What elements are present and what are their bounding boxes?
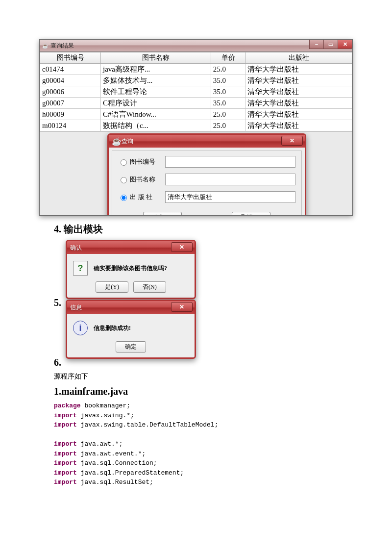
table-header-row: 图书编号 图书名称 单价 出版社	[40, 52, 352, 64]
radio-row-book-id: 图书编号	[118, 156, 295, 168]
input-book-name[interactable]	[165, 174, 295, 185]
col-book-name[interactable]: 图书名称	[101, 52, 211, 64]
close-button[interactable]: ✕	[281, 136, 303, 146]
maximize-button[interactable]: ▭	[323, 40, 338, 49]
code-header: 1.mainframe.java	[54, 386, 353, 397]
info-titlebar: 信息 ✕	[67, 301, 195, 314]
radio-row-book-name: 图书名称	[118, 174, 295, 185]
ok-button[interactable]: 确定(...)	[143, 212, 182, 215]
source-note: 源程序如下	[54, 372, 353, 381]
confirm-title: 确认	[70, 244, 82, 252]
table-cell: 软件工程导论	[101, 86, 211, 98]
table-row[interactable]: g00004多媒体技术与...35.0清华大学出版社	[40, 75, 352, 86]
table-cell: C程序设计	[101, 98, 211, 109]
query-button-row: 确定(...) 取消(...)	[118, 209, 295, 215]
section-4-heading: 4. 输出模块	[54, 223, 353, 236]
table-cell: 35.0	[211, 86, 245, 98]
table-cell: 数据结构（c...	[101, 120, 211, 131]
radio-label-book-id: 图书编号	[130, 157, 165, 166]
table-cell: 25.0	[211, 120, 245, 131]
query-dialog: ☕ 查询 ✕ 图书编号 图书名称	[107, 133, 306, 215]
col-publisher[interactable]: 出版社	[245, 52, 352, 64]
java-icon: ☕	[42, 42, 49, 49]
query-body: 图书编号 图书名称 出 版 社 确定(...)	[112, 151, 302, 215]
table-row[interactable]: g00006软件工程导论35.0清华大学出版社	[40, 86, 352, 98]
radio-label-book-name: 图书名称	[130, 175, 165, 184]
confirm-dialog: 确认 ✕ ? 确实要删除该条图书信息吗? 是(Y) 否(N)	[66, 240, 196, 299]
close-button[interactable]: ✕	[338, 40, 352, 49]
input-book-id[interactable]	[165, 156, 295, 168]
info-icon: i	[73, 321, 88, 335]
table-cell: g00004	[40, 75, 101, 86]
table-cell: C#语言Window...	[101, 109, 211, 120]
query-results-window: ☕ 查询结果 – ▭ ✕ 图书编号 图书名称 单价 出版社 c01474java…	[39, 39, 353, 216]
table-cell: 35.0	[211, 75, 245, 86]
table-cell: 清华大学出版社	[245, 75, 352, 86]
input-publisher[interactable]	[165, 191, 295, 203]
table-cell: 25.0	[211, 64, 245, 75]
radio-row-publisher: 出 版 社	[118, 191, 295, 203]
table-cell: c01474	[40, 64, 101, 75]
results-window-title: 查询结果	[50, 42, 74, 50]
close-button[interactable]: ✕	[171, 302, 193, 312]
table-row[interactable]: g00007C程序设计35.0清华大学出版社	[40, 98, 352, 109]
info-title: 信息	[70, 303, 82, 312]
no-button[interactable]: 否(N)	[133, 281, 166, 293]
results-titlebar: ☕ 查询结果 – ▭ ✕	[40, 40, 352, 52]
yes-button[interactable]: 是(Y)	[96, 281, 128, 293]
table-cell: 35.0	[211, 98, 245, 109]
results-table: 图书编号 图书名称 单价 出版社 c01474java高级程序...25.0清华…	[40, 52, 352, 131]
table-cell: g00006	[40, 86, 101, 98]
table-cell: 25.0	[211, 109, 245, 120]
table-cell: h00009	[40, 109, 101, 120]
query-dialog-titlebar: ☕ 查询 ✕	[109, 135, 305, 148]
confirm-titlebar: 确认 ✕	[67, 241, 195, 254]
ok-button[interactable]: 确定	[116, 341, 146, 353]
num-5: 5.	[54, 297, 61, 310]
info-dialog: 信息 ✕ i 信息删除成功! 确定	[66, 300, 196, 359]
table-cell: 清华大学出版社	[245, 109, 352, 120]
close-button[interactable]: ✕	[171, 242, 193, 252]
code-block: package bookmanager; import javax.swing.…	[54, 401, 353, 487]
cancel-button[interactable]: 取消(...)	[232, 212, 270, 215]
query-dialog-title: 查询	[122, 137, 133, 146]
info-message: 信息删除成功!	[94, 324, 131, 332]
col-book-id[interactable]: 图书编号	[40, 52, 101, 64]
table-row[interactable]: m00124数据结构（c...25.0清华大学出版社	[40, 120, 352, 131]
table-cell: 清华大学出版社	[245, 120, 352, 131]
radio-book-name[interactable]	[121, 177, 127, 183]
question-icon: ?	[73, 261, 88, 276]
table-row[interactable]: c01474java高级程序...25.0清华大学出版社	[40, 64, 352, 75]
results-lower-area: ☕ 查询 ✕ 图书编号 图书名称	[40, 131, 352, 215]
table-cell: g00007	[40, 98, 101, 109]
java-icon: ☕	[112, 137, 122, 146]
radio-label-publisher: 出 版 社	[130, 193, 165, 202]
num-6: 6.	[54, 357, 61, 370]
table-cell: m00124	[40, 120, 101, 131]
table-cell: java高级程序...	[101, 64, 211, 75]
table-cell: 清华大学出版社	[245, 64, 352, 75]
table-cell: 多媒体技术与...	[101, 75, 211, 86]
col-price[interactable]: 单价	[211, 52, 245, 64]
table-cell: 清华大学出版社	[245, 98, 352, 109]
table-cell: 清华大学出版社	[245, 86, 352, 98]
radio-book-id[interactable]	[121, 159, 127, 166]
minimize-button[interactable]: –	[309, 40, 324, 49]
table-row[interactable]: h00009C#语言Window...25.0清华大学出版社	[40, 109, 352, 120]
radio-publisher[interactable]	[121, 195, 127, 201]
confirm-message: 确实要删除该条图书信息吗?	[94, 264, 167, 273]
